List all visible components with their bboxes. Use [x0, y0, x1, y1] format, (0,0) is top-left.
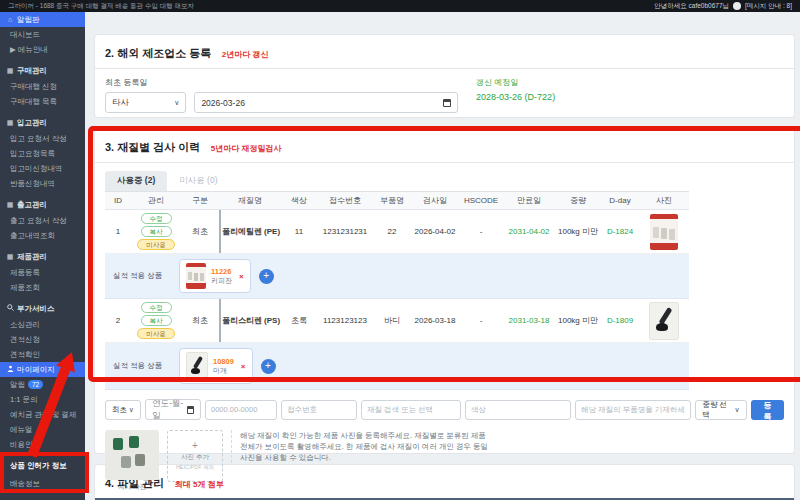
sidebar-section-product[interactable]: ▦ 제품관리: [0, 248, 85, 265]
cell-part: 바디: [373, 315, 411, 326]
tab-in-use[interactable]: 사용중 (2): [105, 171, 167, 191]
sidebar-item-quote-confirm[interactable]: 견적확인: [0, 347, 85, 362]
color-input[interactable]: [465, 400, 571, 420]
sidebar-item-return-request[interactable]: 반품신청내역: [0, 176, 85, 191]
user-greeting[interactable]: 안녕하세요 cafe0b0677님: [654, 2, 729, 11]
sidebar-item-purchase-list[interactable]: 구매대행 목록: [0, 94, 85, 109]
example-photo: [105, 430, 159, 480]
sidebar-item-pricing-guide[interactable]: 비용안내: [0, 437, 85, 452]
registration-type-select[interactable]: 타사∨: [105, 92, 186, 113]
table-header-row: ID 관리 구분 재질명 색상 접수번호 부품명 검사일 HSCODE 만료일 …: [105, 192, 689, 210]
register-button[interactable]: 등록: [751, 400, 784, 420]
search-icon: [6, 300, 14, 317]
sidebar-item-outbound-request-write[interactable]: 출고 요청서 작성: [0, 213, 85, 228]
edit-button[interactable]: 수정: [141, 302, 172, 313]
sidebar-item-menu-guide[interactable]: ▶ 메뉴안내: [0, 42, 85, 57]
hscode-input[interactable]: [205, 400, 277, 420]
sidebar-item-sourcing[interactable]: 소싱관리: [0, 317, 85, 332]
add-product-button[interactable]: +: [261, 359, 276, 374]
table-row: 1 수정 복사 미사용 최초 폴리에틸렌 (PE) 11 1231231231 …: [105, 210, 689, 254]
section3-title: 3. 재질별 검사 이력: [105, 141, 200, 153]
brand-text: 그까이꺼 - 1688 중국 구매 대행 결제 배송 통관 수입 대행 해보자: [8, 2, 194, 11]
sidebar-item-quote-request[interactable]: 견적신청: [0, 332, 85, 347]
sidebar-section-extra-services[interactable]: 부가서비스: [0, 300, 85, 317]
main-content: 2. 해외 제조업소 등록 2년마다 갱신 최초 등록일 타사∨ 2026-03…: [85, 12, 800, 500]
add-product-button[interactable]: +: [259, 269, 274, 284]
remove-icon[interactable]: ×: [241, 362, 246, 371]
first-registration-label: 최초 등록일: [105, 77, 458, 88]
part-name-input[interactable]: [575, 400, 691, 420]
remove-icon[interactable]: ×: [239, 272, 244, 281]
cell-id: 1: [105, 227, 131, 236]
first-registration-date-input[interactable]: 2026-03-26: [194, 92, 458, 113]
calendar-icon: [443, 99, 451, 107]
cell-category: 최초: [181, 315, 219, 326]
cell-weight: 100kg 미만: [555, 315, 601, 326]
sidebar-item-product-license-info[interactable]: 상품 인허가 정보: [0, 458, 85, 473]
sidebar-item-deposit[interactable]: 예치금 관리 및 결제: [0, 407, 85, 422]
category-select[interactable]: 최초∨: [105, 400, 141, 420]
section2-title: 2. 해외 제조업소 등록: [105, 47, 211, 59]
photo-upload-note: 해당 재질이 확인 가능한 제품 사진을 등록해주세요. 재질별로 분류된 제품…: [231, 430, 490, 463]
grid-icon: ▦: [6, 114, 14, 131]
sidebar-item-shipping-info[interactable]: 배송정보: [0, 476, 85, 491]
sidebar-item-product-search[interactable]: 제품조회: [0, 280, 85, 295]
test-date-input[interactable]: 연도-월-일: [145, 399, 201, 420]
sidebar-item-notifications[interactable]: 알림72: [0, 377, 85, 392]
edit-button[interactable]: 수정: [141, 213, 172, 224]
cell-part: 22: [373, 227, 411, 236]
sidebar-section-purchase[interactable]: ▦ 구매관리: [0, 62, 85, 79]
cell-receipt-no: 1231231231: [317, 227, 373, 236]
sidebar-item-purchase-request[interactable]: 구매대행 신청: [0, 79, 85, 94]
product-name: 커피잔: [211, 276, 232, 285]
sidebar-item-dashboard-board[interactable]: ⌂ 알림판: [0, 12, 85, 27]
person-icon: [6, 362, 14, 377]
product-thumbnail: [186, 352, 208, 380]
sidebar-item-inbound-request-list[interactable]: 입고요청목록: [0, 146, 85, 161]
calendar-icon: [187, 406, 194, 414]
chevron-down-icon: ∨: [174, 99, 179, 107]
product-number: 10809: [213, 357, 234, 366]
copy-button[interactable]: 복사: [141, 315, 172, 326]
grid-icon: ▦: [6, 62, 14, 79]
sidebar-section-inbound[interactable]: ▦ 입고관리: [0, 114, 85, 131]
receipt-no-input[interactable]: [281, 400, 357, 420]
cell-expire-date: 2031-04-02: [503, 227, 555, 236]
applied-product-chip[interactable]: 10809 마개 ×: [179, 348, 253, 384]
set-unused-button[interactable]: 미사용: [137, 239, 175, 250]
sidebar-item-outbound-history[interactable]: 출고내역조회: [0, 228, 85, 243]
cell-receipt-no: 1123123123: [317, 316, 373, 325]
divider: [95, 162, 794, 163]
product-photo[interactable]: [649, 302, 679, 340]
tab-unused[interactable]: 미사용 (0): [167, 171, 229, 191]
sidebar-item-inquiry[interactable]: 1:1 문의: [0, 392, 85, 407]
grid-icon: ▦: [6, 196, 14, 213]
top-bar: 그까이꺼 - 1688 중국 구매 대행 결제 배송 통관 수입 대행 해보자 …: [0, 0, 800, 12]
sidebar-item-inbound-unrequested[interactable]: 입고미신청내역: [0, 161, 85, 176]
renew-date-label: 갱신 예정일: [476, 77, 784, 88]
renew-date-value: 2028-03-26 (D-722): [476, 92, 784, 102]
material-search-input[interactable]: [361, 400, 461, 420]
inspection-table: ID 관리 구분 재질명 색상 접수번호 부품명 검사일 HSCODE 만료일 …: [105, 192, 689, 390]
sidebar-item-dashboard[interactable]: 대시보드: [0, 27, 85, 42]
cell-id: 2: [105, 316, 131, 325]
applied-products-label: 실적 적용 상품: [113, 271, 171, 281]
sidebar-item-manual[interactable]: 메뉴얼: [0, 422, 85, 437]
sidebar-item-product-register[interactable]: 제품등록: [0, 265, 85, 280]
product-number: 11226: [211, 267, 232, 276]
product-photo[interactable]: [650, 214, 678, 250]
applied-product-chip[interactable]: 11226 커피잔 ×: [179, 259, 251, 293]
avatar[interactable]: [733, 2, 741, 10]
cell-test-date: 2026-03-18: [411, 316, 459, 325]
copy-button[interactable]: 복사: [141, 226, 172, 237]
cell-dday: D-1824: [601, 227, 639, 236]
sidebar-section-outbound[interactable]: ▦ 출고관리: [0, 196, 85, 213]
sidebar-item-mypage[interactable]: 마이페이지: [0, 362, 85, 377]
sidebar-item-inbound-request-write[interactable]: 입고 요청서 작성: [0, 131, 85, 146]
set-unused-button[interactable]: 미사용: [137, 328, 175, 339]
product-thumbnail: [186, 263, 206, 289]
weight-select[interactable]: 중량 선택∨: [695, 400, 746, 420]
sidebar: ⌂ 알림판 대시보드 ▶ 메뉴안내 ▦ 구매관리 구매대행 신청 구매대행 목록…: [0, 12, 85, 500]
message-link[interactable]: [메시지 안내 : 8]: [745, 2, 792, 11]
section-overseas-manufacturer: 2. 해외 제조업소 등록 2년마다 갱신 최초 등록일 타사∨ 2026-03…: [94, 34, 795, 118]
